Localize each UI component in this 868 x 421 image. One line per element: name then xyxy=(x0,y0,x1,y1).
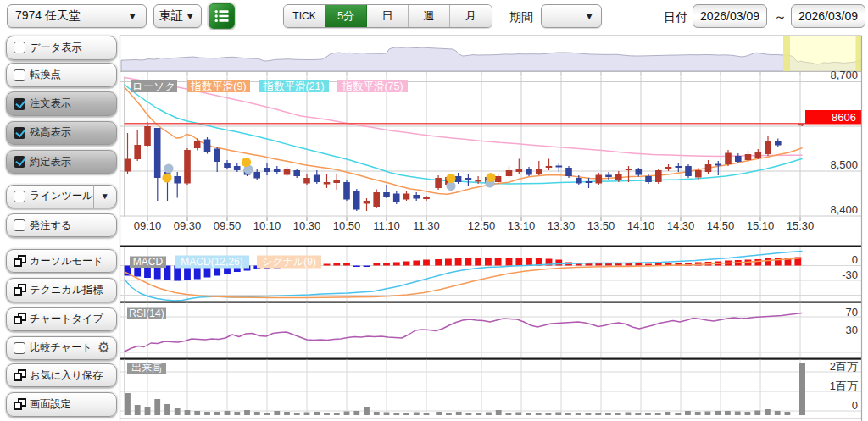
svg-text:14:50: 14:50 xyxy=(707,219,735,232)
svg-text:8,400: 8,400 xyxy=(830,203,858,216)
svg-text:10:50: 10:50 xyxy=(333,219,361,232)
svg-text:ローソク: ローソク xyxy=(132,80,175,92)
svg-text:10:30: 10:30 xyxy=(293,219,321,232)
svg-text:-30: -30 xyxy=(842,269,858,281)
svg-text:指数平滑(21): 指数平滑(21) xyxy=(262,80,324,92)
svg-text:13:50: 13:50 xyxy=(587,219,615,232)
svg-text:13:10: 13:10 xyxy=(508,219,536,232)
svg-text:MACD: MACD xyxy=(133,256,164,268)
svg-text:11:10: 11:10 xyxy=(373,219,400,232)
svg-text:8,700: 8,700 xyxy=(830,69,858,81)
svg-text:指数平滑(9): 指数平滑(9) xyxy=(190,80,246,92)
svg-text:30: 30 xyxy=(846,324,858,336)
svg-text:15:10: 15:10 xyxy=(747,219,775,232)
svg-text:8606: 8606 xyxy=(832,111,856,124)
svg-text:シグナル(9): シグナル(9) xyxy=(262,256,316,268)
svg-text:70: 70 xyxy=(846,306,858,319)
svg-text:RSI(14): RSI(14) xyxy=(129,307,164,319)
svg-text:0: 0 xyxy=(852,253,858,266)
svg-text:09:30: 09:30 xyxy=(174,219,202,232)
svg-text:09:50: 09:50 xyxy=(214,219,242,232)
svg-text:8,500: 8,500 xyxy=(830,158,858,171)
svg-text:2百万: 2百万 xyxy=(830,360,858,373)
svg-text:10:10: 10:10 xyxy=(253,219,281,232)
svg-text:11:30: 11:30 xyxy=(413,219,440,232)
svg-text:14:10: 14:10 xyxy=(627,219,655,232)
svg-text:15:30: 15:30 xyxy=(787,219,815,232)
svg-text:13:30: 13:30 xyxy=(548,219,576,232)
svg-text:14:30: 14:30 xyxy=(667,219,695,232)
svg-text:出来高: 出来高 xyxy=(131,362,162,374)
svg-text:1百万: 1百万 xyxy=(830,379,858,392)
svg-text:12:50: 12:50 xyxy=(468,219,496,232)
svg-text:0: 0 xyxy=(852,399,858,412)
svg-text:指数平滑(75): 指数平滑(75) xyxy=(341,80,403,92)
svg-text:09:10: 09:10 xyxy=(134,219,162,232)
svg-text:MACD(12,26): MACD(12,26) xyxy=(181,256,242,268)
